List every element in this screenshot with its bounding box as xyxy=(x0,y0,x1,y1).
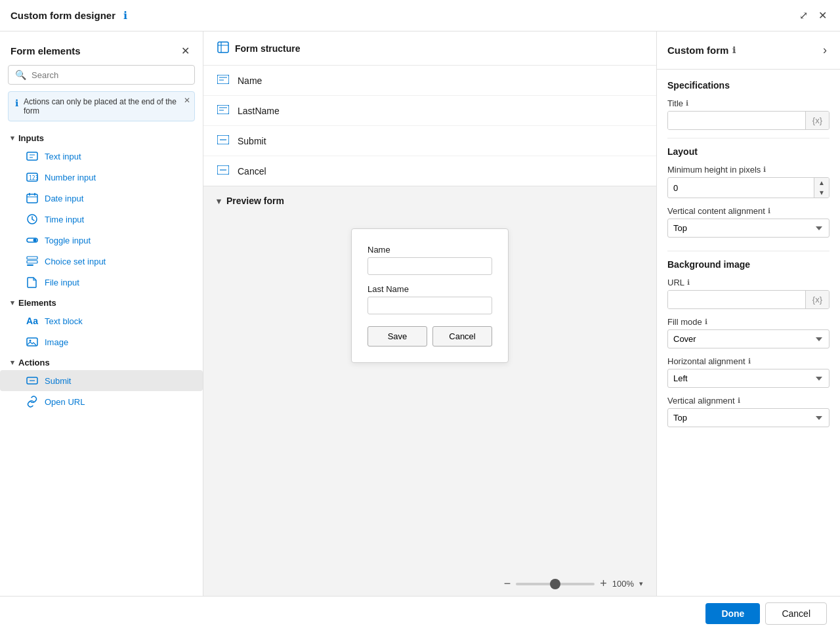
sidebar-item-date-input[interactable]: Date input xyxy=(0,188,203,209)
svg-rect-0 xyxy=(27,152,37,160)
search-input[interactable] xyxy=(32,70,188,80)
right-panel-title: Custom form ℹ xyxy=(667,45,736,56)
choice-set-input-label: Choice set input xyxy=(45,257,106,266)
form-structure-title: Form structure xyxy=(235,43,301,54)
title-bar: Custom form designer ℹ ⤢ ✕ xyxy=(0,0,840,32)
min-height-up-button[interactable]: ▲ xyxy=(814,178,829,188)
left-panel: Form elements ✕ 🔍 ℹ Actions can only be … xyxy=(0,32,203,596)
sidebar-item-time-input[interactable]: Time input xyxy=(0,209,203,230)
search-box[interactable]: 🔍 xyxy=(8,65,195,85)
fill-mode-label-text: Fill mode xyxy=(667,317,702,327)
zoom-in-button[interactable]: + xyxy=(600,577,607,591)
form-item-cancel-label: Cancel xyxy=(238,166,266,177)
preview-content: Name Last Name Save Cancel xyxy=(203,215,656,572)
bg-vertical-align-label-text: Vertical alignment xyxy=(667,396,735,406)
info-icon-button[interactable]: ℹ xyxy=(121,7,130,24)
preview-title-bar[interactable]: ▾ Preview form xyxy=(203,186,656,215)
specifications-title: Specifications xyxy=(667,80,830,91)
fill-mode-select[interactable]: Cover RepeatHorizontally RepeatVerticall… xyxy=(667,329,830,348)
bg-vertical-align-info-icon[interactable]: ℹ xyxy=(738,396,740,405)
sidebar-item-image[interactable]: Image xyxy=(0,331,203,352)
preview-card: Name Last Name Save Cancel xyxy=(351,228,509,363)
min-height-label: Minimum height in pixels ℹ xyxy=(667,165,830,175)
url-info-icon[interactable]: ℹ xyxy=(687,278,690,287)
min-height-input[interactable] xyxy=(668,179,814,197)
link-icon xyxy=(26,396,38,408)
url-field-label: URL ℹ xyxy=(667,278,830,287)
svg-point-9 xyxy=(33,239,37,242)
sidebar-item-open-url[interactable]: Open URL xyxy=(0,391,203,412)
expand-button[interactable]: ⤢ xyxy=(797,7,810,24)
form-structure-title-bar: Form structure xyxy=(203,32,656,66)
zoom-out-button[interactable]: − xyxy=(504,577,511,591)
banner-close-button[interactable]: ✕ xyxy=(184,96,190,105)
number-input-label: Number input xyxy=(45,173,96,182)
bg-vertical-align-select[interactable]: Top Center Bottom xyxy=(667,408,830,427)
form-elements-title: Form elements xyxy=(10,45,81,56)
banner-text: Actions can only be placed at the end of… xyxy=(24,97,188,116)
title-bar-icons: ⤢ ✕ xyxy=(797,7,830,24)
min-height-spinners: ▲ ▼ xyxy=(814,178,829,198)
preview-save-button[interactable]: Save xyxy=(368,326,427,346)
submit-icon xyxy=(26,375,38,387)
title-info-icon[interactable]: ℹ xyxy=(686,99,688,108)
time-input-label: Time input xyxy=(45,215,84,224)
preview-section: ▾ Preview form Name Last Name Save Cance… xyxy=(203,186,656,596)
elements-label: Elements xyxy=(18,298,56,308)
sidebar-item-text-input[interactable]: Text input xyxy=(0,146,203,167)
zoom-bar: − + 100% ▾ xyxy=(203,572,656,596)
sidebar-item-submit[interactable]: Submit xyxy=(0,370,203,391)
main-layout: Form elements ✕ 🔍 ℹ Actions can only be … xyxy=(0,32,840,596)
right-panel-expand-button[interactable]: › xyxy=(820,41,830,60)
actions-label: Actions xyxy=(18,358,50,368)
fill-mode-label: Fill mode ℹ xyxy=(667,317,830,327)
sidebar-item-choice-set-input[interactable]: Choice set input xyxy=(0,251,203,272)
url-input[interactable] xyxy=(668,291,805,308)
layout-divider xyxy=(667,251,830,251)
preview-lastname-input[interactable] xyxy=(368,297,492,314)
submit-label: Submit xyxy=(45,376,71,386)
right-panel-header: Custom form ℹ › xyxy=(657,32,840,70)
inputs-section-header[interactable]: ▾ Inputs xyxy=(0,128,203,146)
preview-name-input[interactable] xyxy=(368,257,492,275)
sidebar-item-toggle-input[interactable]: Toggle input xyxy=(0,230,203,251)
elements-section-header[interactable]: ▾ Elements xyxy=(0,293,203,310)
url-input-wrap: {x} xyxy=(667,290,830,309)
right-panel-info-icon[interactable]: ℹ xyxy=(732,45,736,55)
preview-cancel-button[interactable]: Cancel xyxy=(432,326,492,346)
text-input-icon xyxy=(26,150,38,162)
close-button[interactable]: ✕ xyxy=(816,7,830,24)
url-label-text: URL xyxy=(667,278,684,287)
sidebar-item-file-input[interactable]: File input xyxy=(0,272,203,293)
done-button[interactable]: Done xyxy=(705,603,760,624)
actions-section-header[interactable]: ▾ Actions xyxy=(0,352,203,370)
center-panel: Form structure Name LastName Submit xyxy=(203,32,656,596)
vertical-align-select[interactable]: Top Center Bottom xyxy=(667,219,830,238)
min-height-down-button[interactable]: ▼ xyxy=(814,188,829,198)
horizontal-align-info-icon[interactable]: ℹ xyxy=(748,357,751,366)
zoom-chevron-icon[interactable]: ▾ xyxy=(639,579,643,588)
image-label: Image xyxy=(45,337,68,347)
title-input[interactable] xyxy=(668,112,805,129)
form-elements-header: Form elements ✕ xyxy=(0,32,203,65)
title-bar-left: Custom form designer ℹ xyxy=(10,7,130,24)
search-icon: 🔍 xyxy=(15,70,26,80)
text-input-label: Text input xyxy=(45,152,81,161)
inputs-chevron-icon: ▾ xyxy=(10,134,14,142)
left-panel-close-button[interactable]: ✕ xyxy=(178,42,192,60)
number-input-icon: 123 xyxy=(26,171,38,183)
inputs-label: Inputs xyxy=(18,133,44,143)
form-item-lastname-label: LastName xyxy=(238,106,280,116)
title-label-text: Title xyxy=(667,98,683,108)
vertical-align-info-icon[interactable]: ℹ xyxy=(768,207,770,215)
sidebar-item-number-input[interactable]: 123 Number input xyxy=(0,167,203,188)
sidebar-item-text-block[interactable]: Aa Text block xyxy=(0,310,203,331)
fill-mode-info-icon[interactable]: ℹ xyxy=(705,318,707,326)
toggle-input-icon xyxy=(26,234,38,246)
cancel-button[interactable]: Cancel xyxy=(765,602,827,625)
min-height-input-wrap: ▲ ▼ xyxy=(667,177,830,198)
min-height-info-icon[interactable]: ℹ xyxy=(763,165,766,174)
zoom-slider[interactable] xyxy=(516,583,595,585)
open-url-label: Open URL xyxy=(45,397,85,407)
horizontal-align-select[interactable]: Left Center Right xyxy=(667,369,830,388)
